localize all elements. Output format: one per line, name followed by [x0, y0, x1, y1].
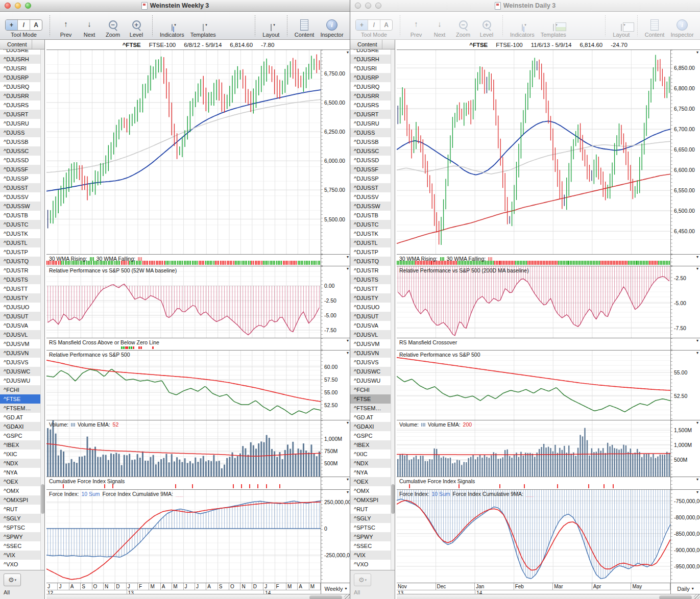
inspector-button[interactable]: iInspector: [320, 19, 343, 38]
sidebar-item-djusty[interactable]: ^DJUSTY: [0, 293, 40, 303]
sidebar-item-ibex[interactable]: ^IBEX: [0, 440, 40, 450]
sidebar-item-djussw[interactable]: ^DJUSSW: [0, 202, 40, 211]
panel-menu-icon[interactable]: ▾: [347, 255, 349, 259]
sidebar-item-djussb[interactable]: ^DJUSSB: [350, 137, 391, 146]
sidebar-item-djussf[interactable]: ^DJUSSF: [350, 165, 391, 174]
titlebar[interactable]: Weinstein Daily 3: [350, 0, 700, 12]
sidebar-item-djussd[interactable]: ^DJUSSD: [0, 156, 40, 165]
timeframe-selector[interactable]: Weekly▾: [321, 583, 350, 594]
plot-relperf-baseline[interactable]: Relative Performance vs S&P 500 (200D MA…: [397, 266, 670, 338]
symbol-list[interactable]: ^DJUSRE^DJUSRH^DJUSRI^DJUSRP^DJUSRQ^DJUS…: [350, 49, 395, 570]
sidebar-item-djustc[interactable]: ^DJUSTC: [350, 220, 391, 229]
sidebar-item-gdaxi[interactable]: ^GDAXI: [350, 422, 391, 431]
titlebar[interactable]: Weinstein Weekly 3: [0, 0, 350, 12]
sidebar-item-djussw[interactable]: ^DJUSSW: [350, 202, 391, 211]
sidebar-item-djustt[interactable]: ^DJUSTT: [350, 284, 391, 293]
sidebar-scrollbar[interactable]: [391, 49, 395, 570]
sidebar-item-djussv[interactable]: ^DJUSSV: [350, 192, 391, 202]
prev-button[interactable]: ↑Prev: [407, 19, 425, 38]
sidebar-scroll-thumb[interactable]: [391, 484, 395, 514]
sidebar-item-vix[interactable]: ^VIX: [0, 551, 40, 560]
move-tool-button[interactable]: +: [6, 20, 18, 30]
minimize-button[interactable]: [15, 3, 21, 9]
sidebar-item-djustr[interactable]: ^DJUSTR: [350, 266, 391, 275]
sidebar-item-ndx[interactable]: ^NDX: [350, 459, 391, 468]
sidebar-item-ftse[interactable]: ^FTSE: [0, 394, 40, 404]
panel-menu-icon[interactable]: ▾: [347, 421, 349, 425]
sidebar-item-djusuo[interactable]: ^DJUSUO: [350, 303, 391, 312]
panel-menu-icon[interactable]: ▾: [696, 478, 698, 482]
sidebar-item-oex[interactable]: ^OEX: [350, 477, 391, 486]
panel-menu-icon[interactable]: ▾: [696, 255, 698, 259]
panel-menu-icon[interactable]: ▾: [347, 351, 349, 355]
sidebar-item-rut[interactable]: ^RUT: [350, 505, 391, 514]
sidebar-item-gdat[interactable]: ^GD.AT: [0, 413, 40, 422]
panel-menu-icon[interactable]: ▾: [696, 267, 698, 271]
plot-wma-strip[interactable]: 30 WMA Rising:30 WMA Falling:: [397, 255, 670, 266]
sidebar-item-nya[interactable]: ^NYA: [0, 468, 40, 477]
sidebar-item-djusvs[interactable]: ^DJUSVS: [350, 358, 391, 367]
panel-menu-icon[interactable]: ▾: [696, 51, 698, 55]
sidebar-item-djusri[interactable]: ^DJUSRI: [0, 64, 40, 73]
sidebar-item-spwy[interactable]: ^SPWY: [350, 532, 391, 541]
sidebar-item-djusrt[interactable]: ^DJUSRT: [350, 110, 391, 119]
sidebar-item-ixic[interactable]: ^IXIC: [0, 450, 40, 459]
sidebar-item-omxspi[interactable]: ^OMXSPI: [0, 495, 40, 505]
sidebar-item-djusst[interactable]: ^DJUSST: [350, 183, 391, 192]
plot-relperf[interactable]: Relative Performance vs S&P 500: [46, 351, 321, 420]
sidebar-item-djuswu[interactable]: ^DJUSWU: [350, 376, 391, 385]
sidebar-item-djustr[interactable]: ^DJUSTR: [0, 266, 40, 275]
layout-button[interactable]: ▾Layout: [613, 24, 630, 38]
prev-button[interactable]: ↑Prev: [57, 19, 75, 38]
sidebar-item-djusvm[interactable]: ^DJUSVM: [350, 339, 391, 348]
sidebar-item-djustl[interactable]: ^DJUSTL: [350, 238, 391, 247]
zoom-in-button[interactable]: +Level: [478, 20, 495, 38]
panel-menu-icon[interactable]: ▾: [347, 267, 349, 271]
sidebar-item-djussd[interactable]: ^DJUSSD: [350, 156, 391, 165]
sidebar-item-djusre[interactable]: ^DJUSRE: [350, 49, 391, 55]
zoom-button[interactable]: [25, 3, 31, 9]
sidebar-item-djusrq[interactable]: ^DJUSRQ: [350, 82, 391, 91]
sidebar-item-vix[interactable]: ^VIX: [350, 551, 391, 560]
symbol-list[interactable]: ^DJUSRE^DJUSRH^DJUSRI^DJUSRP^DJUSRQ^DJUS…: [0, 49, 44, 570]
sidebar-item-gdat[interactable]: ^GD.AT: [350, 413, 391, 422]
sidebar-item-gdaxi[interactable]: ^GDAXI: [0, 422, 40, 431]
sidebar-item-omx[interactable]: ^OMX: [0, 486, 40, 495]
time-axis[interactable]: JJASONDJFMAMJJASONDJFMAM121314 Weekly▾: [46, 583, 350, 594]
sidebar-item-djusrs[interactable]: ^DJUSRS: [350, 101, 391, 110]
panel-menu-icon[interactable]: ▾: [347, 490, 349, 494]
sidebar-item-omx[interactable]: ^OMX: [350, 486, 391, 495]
panel-menu-icon[interactable]: ▾: [347, 478, 349, 482]
sidebar-item-fchi[interactable]: ^FCHI: [350, 385, 391, 394]
sidebar-header[interactable]: Content: [350, 40, 395, 49]
sidebar-item-djusvn[interactable]: ^DJUSVN: [350, 348, 391, 358]
sidebar-item-djusrq[interactable]: ^DJUSRQ: [0, 82, 40, 91]
plot-cfi-signals[interactable]: Cumulative Force Index Signals: [46, 477, 321, 489]
sidebar-item-djusst[interactable]: ^DJUSST: [0, 183, 40, 192]
indicators-button[interactable]: ▾Indicators: [510, 24, 535, 38]
indicators-button[interactable]: ▾Indicators: [160, 24, 184, 38]
horizontal-scroll-thumb[interactable]: [309, 595, 342, 599]
sidebar-item-djusvs[interactable]: ^DJUSVS: [0, 358, 40, 367]
sidebar-item-djussv[interactable]: ^DJUSSV: [0, 192, 40, 202]
sidebar-item-ndx[interactable]: ^NDX: [0, 459, 40, 468]
sidebar-item-djussc[interactable]: ^DJUSSC: [350, 146, 391, 156]
trendline-tool-button[interactable]: /: [18, 20, 30, 30]
sidebar-item-djustk[interactable]: ^DJUSTK: [350, 229, 391, 238]
sidebar-item-djusru[interactable]: ^DJUSRU: [0, 119, 40, 128]
sidebar-item-vxo[interactable]: ^VXO: [350, 560, 391, 569]
sidebar-item-djusvl[interactable]: ^DJUSVL: [0, 330, 40, 339]
layout-button[interactable]: ▾Layout: [262, 24, 280, 38]
sidebar-item-djusty[interactable]: ^DJUSTY: [350, 293, 391, 303]
plot-price[interactable]: [46, 50, 321, 254]
sidebar-item-djuswu[interactable]: ^DJUSWU: [0, 376, 40, 385]
sidebar-item-djusri[interactable]: ^DJUSRI: [350, 64, 391, 73]
sidebar-item-djustt[interactable]: ^DJUSTT: [0, 284, 40, 293]
close-button[interactable]: [5, 3, 11, 9]
sidebar-item-djustk[interactable]: ^DJUSTK: [0, 229, 40, 238]
sidebar-item-djussp[interactable]: ^DJUSSP: [350, 174, 391, 183]
sidebar-item-vxo[interactable]: ^VXO: [0, 560, 40, 569]
panel-menu-icon[interactable]: ▾: [696, 421, 698, 425]
panel-menu-icon[interactable]: ▾: [347, 339, 349, 343]
resize-grip[interactable]: [694, 594, 700, 599]
